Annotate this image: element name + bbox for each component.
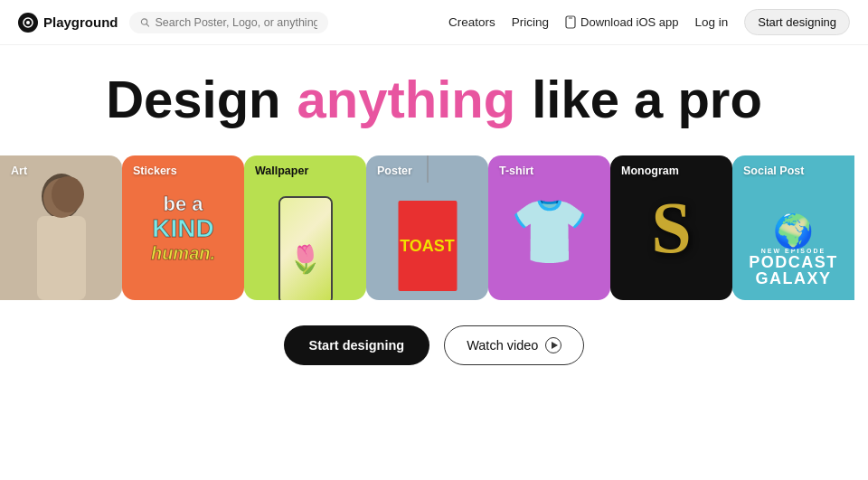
globe-emoji: 🌍 [773, 212, 814, 250]
category-card-poster[interactable]: Poster TOAST [366, 155, 488, 300]
bottom-actions: Start designing Watch video [0, 325, 868, 365]
social-content: NEW EPISODE PODCASTGALAXY [749, 248, 838, 287]
hero-title: Design anything like a pro [0, 71, 868, 128]
watch-video-label: Watch video [467, 338, 538, 353]
sticker-line1: be a [163, 192, 203, 214]
nav-right: Creators Pricing Download iOS app Log in… [448, 9, 850, 35]
logo-icon [18, 13, 38, 33]
phone-icon [565, 15, 576, 29]
flower-emoji: 🌷 [288, 243, 322, 275]
logo[interactable]: Playground [18, 13, 118, 33]
search-icon [140, 17, 150, 28]
sticker-content: be a KIND human. [151, 193, 215, 262]
stickers-label: Stickers [133, 165, 177, 177]
svg-line-3 [146, 24, 148, 26]
hero-title-highlight: anything [297, 71, 516, 128]
category-card-wallpaper[interactable]: Wallpaper 🌷 [244, 155, 366, 300]
start-designing-button[interactable]: Start designing [284, 325, 430, 365]
sticker-line3: human. [151, 242, 215, 262]
svg-rect-7 [37, 216, 86, 300]
logo-text: Playground [43, 14, 118, 30]
hero-section: Design anything like a pro [0, 45, 868, 146]
navbar: Playground Creators Pricing Download iOS… [0, 0, 868, 45]
poster-text: TOAST [400, 238, 455, 254]
category-card-art[interactable]: Art [0, 155, 122, 300]
get-started-button[interactable]: Start designing [744, 9, 850, 35]
play-triangle [552, 342, 558, 349]
category-card-stickers[interactable]: Stickers be a KIND human. [122, 155, 244, 300]
social-label: Social Post [743, 165, 804, 177]
phone-screen: 🌷 [280, 198, 331, 300]
wallpaper-phone: 🌷 [278, 196, 333, 300]
tshirt-emoji: 👕 [510, 194, 589, 268]
search-bar[interactable] [129, 12, 328, 33]
monogram-letter: S [651, 186, 692, 268]
wallpaper-label: Wallpaper [255, 165, 308, 177]
play-icon [545, 337, 561, 353]
poster-image: TOAST [398, 201, 457, 291]
nav-left: Playground [18, 12, 328, 33]
watch-video-button[interactable]: Watch video [444, 325, 584, 365]
hero-title-part1: Design [106, 71, 280, 128]
pricing-link[interactable]: Pricing [512, 15, 549, 29]
tshirt-label: T-shirt [499, 165, 533, 177]
hero-title-part2: like a pro [532, 71, 762, 128]
poster-label: Poster [377, 165, 412, 177]
monogram-label: Monogram [621, 165, 679, 177]
art-label: Art [11, 165, 27, 177]
category-card-social[interactable]: Social Post NEW EPISODE PODCASTGALAXY 🌍 [732, 155, 854, 300]
search-input[interactable] [155, 16, 316, 29]
creators-link[interactable]: Creators [448, 15, 495, 29]
show-title: PODCASTGALAXY [749, 254, 838, 287]
poster-wire [427, 155, 428, 183]
category-strip: Art Stickers be a KIND human. Wallpaper … [0, 155, 868, 300]
svg-point-9 [52, 176, 84, 212]
category-card-tshirt[interactable]: T-shirt 👕 [488, 155, 610, 300]
login-button[interactable]: Log in [694, 15, 728, 29]
ios-download-link[interactable]: Download iOS app [565, 15, 678, 29]
svg-point-1 [26, 21, 30, 24]
sticker-line2: KIND [151, 214, 215, 242]
category-card-monogram[interactable]: Monogram S [610, 155, 732, 300]
